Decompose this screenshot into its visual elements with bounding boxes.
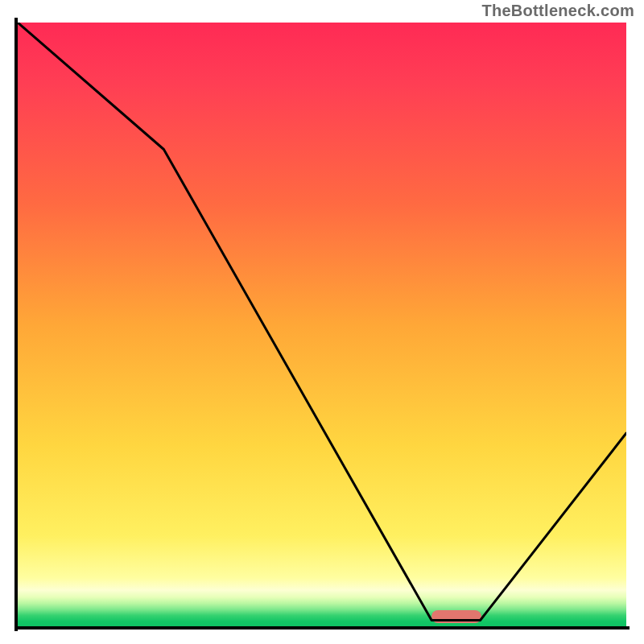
chart-container: TheBottleneck.com xyxy=(0,0,644,644)
gradient-plot-area xyxy=(18,23,626,626)
optimum-marker xyxy=(431,610,481,623)
x-axis xyxy=(14,626,630,630)
watermark-text: TheBottleneck.com xyxy=(481,2,634,20)
